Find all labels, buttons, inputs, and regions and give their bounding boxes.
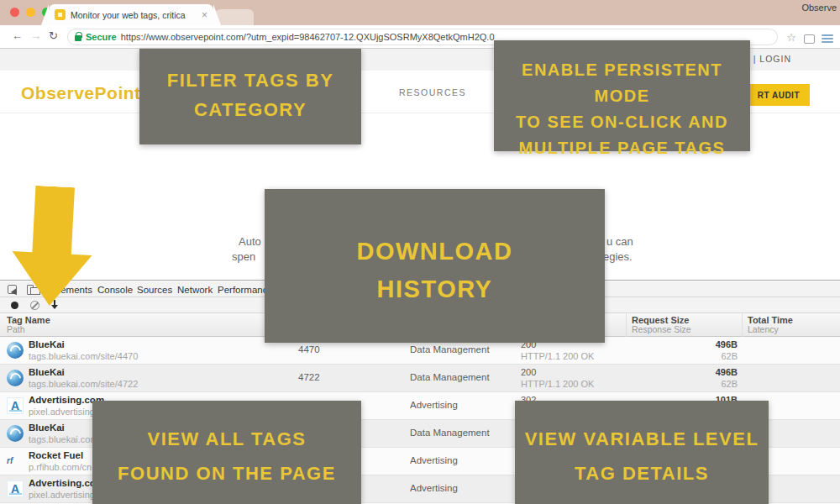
callout-download-history: DOWNLOADHISTORY [265,189,605,343]
tab-close-icon[interactable]: × [202,9,207,21]
callout-filter-tags: FILTER TAGS BYCATEGORY [139,49,361,144]
callout-view-all-tags: VIEW ALL TAGSFOUND ON THE PAGE [92,401,361,504]
device-toolbar-icon[interactable] [27,285,34,295]
column-tag-name[interactable]: Tag Name Path [7,316,50,334]
tag-path: tags.bluekai.com/site/4722 [29,379,138,389]
screenshot-root: Monitor your web tags, critica × Observe… [0,0,840,504]
forward-button[interactable]: → [30,29,41,42]
table-row-bluekai-4722[interactable]: BlueKai tags.bluekai.com/site/4722 4722 … [0,365,840,392]
tab-network[interactable]: Network [177,285,213,295]
tag-category: Data Management [410,344,490,354]
response-size: 62B [638,379,738,389]
body-text-fragment: egies. [603,250,633,263]
response-size: 62B [638,351,738,361]
browser-tab[interactable]: Monitor your web tags, critica × [49,4,213,25]
body-text-fragment: u can [606,235,633,248]
clear-icon[interactable] [30,301,39,310]
browser-tab-strip: Monitor your web tags, critica × Observe [0,0,840,25]
status-text: HTTP/1.1 200 OK [521,351,594,361]
callout-persistent-mode: ENABLE PERSISTENT MODETO SEE ON-CLICK AN… [494,40,750,151]
tag-account: 4722 [298,372,320,382]
tab-favicon-icon [55,9,66,20]
tag-category: Advertising [410,455,458,465]
inactive-tab-stub[interactable] [215,9,254,25]
tag-path: p.rfihub.com/cn [29,462,92,472]
record-button[interactable] [11,302,18,309]
bluekai-icon [7,370,24,386]
secure-lock-icon [75,35,81,41]
bluekai-icon [7,342,24,359]
tag-name: BlueKai [29,423,65,433]
tag-path: pixel.advertising. [29,490,97,500]
extension-bars-icon[interactable] [822,34,833,44]
url-text: https://www.observepoint.com/?utm_expid=… [121,32,495,42]
minimize-window-button[interactable] [26,8,35,17]
tag-account: 4470 [298,344,320,354]
status-text: HTTP/1.1 200 OK [521,379,594,389]
secure-label: Secure [86,32,117,42]
request-size: 496B [638,367,738,377]
status-code: 200 [521,367,536,377]
tab-sources[interactable]: Sources [137,285,172,295]
background-window-title-fragment: Observe [801,3,837,13]
tab-title: Monitor your web tags, critica [71,10,197,20]
column-total-time[interactable]: Total Time Latency [748,316,793,334]
tag-category: Advertising [410,400,458,410]
tag-category: Advertising [410,483,458,493]
advertising-icon: A [7,480,24,497]
body-text-fragment: spen [232,250,255,263]
reload-button[interactable]: ↻ [49,29,58,42]
tag-name: BlueKai [29,367,65,377]
nav-resources[interactable]: RESOURCES [399,87,466,97]
rocketfuel-icon: rf [7,456,24,466]
callout-variable-level: VIEW VARIABLE LEVELTAG DETAILS [515,401,769,504]
tag-category: Data Management [410,428,490,438]
tag-name: BlueKai [29,339,65,349]
extension-grid-icon[interactable] [804,34,815,44]
tag-path: tags.bluekai.com [29,434,98,444]
login-link[interactable]: 5 | LOGIN [744,54,791,64]
tag-path: tags.bluekai.com/site/4470 [29,351,138,361]
column-request-size[interactable]: Request Size Response Size [632,316,691,334]
back-button[interactable]: ← [12,29,23,42]
tag-category: Data Management [410,372,490,382]
tag-path: pixel.advertising.c [29,407,102,417]
bluekai-icon [7,425,24,442]
observepoint-logo[interactable]: ObservePoint [21,83,141,103]
tab-console[interactable]: Console [97,285,133,295]
tag-name: Rocket Fuel [29,450,83,460]
bookmark-star-icon[interactable]: ☆ [786,32,796,43]
request-size: 496B [638,339,738,349]
close-window-button[interactable] [10,8,19,17]
advertising-icon: A [7,397,24,414]
body-text-fragment: Auto [239,235,261,248]
inspect-element-icon[interactable] [8,285,17,294]
